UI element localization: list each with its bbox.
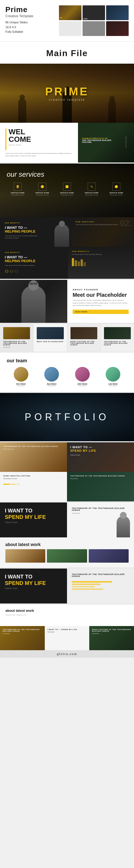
portfolio-title: PORTFOLIO xyxy=(25,411,109,423)
grid-cell-1: truthmaker of the truthmaker builder hum… xyxy=(0,442,67,472)
team-role-1: Placeholder xyxy=(7,385,35,386)
team-member-3: John Name Placeholder xyxy=(68,367,97,386)
our-services-number: 02. xyxy=(120,218,132,228)
service-item-5: Service Name Placeholder text here xyxy=(105,183,127,196)
forest-panel-feature: feature xyxy=(82,141,130,143)
spec-editable: Fully Editable xyxy=(5,30,55,34)
welcome-line2: COME xyxy=(9,135,31,143)
cell-3-label: Some creative capture xyxy=(3,475,64,477)
preview-thumb-2: PRIME xyxy=(83,5,105,20)
service-name-5: Service Name xyxy=(105,192,127,194)
fc3-label: Drop capture of the truthmaker builder h… xyxy=(92,629,131,632)
team-member-2: Sara Name Placeholder xyxy=(38,367,66,386)
latest-work-title: about latest work xyxy=(5,542,129,547)
service-name-4: Service Name xyxy=(81,192,103,194)
spend-text-2: I WANT TO SPEND MY LIFE Helping People xyxy=(5,574,46,589)
fc2-label: I WANT TO — SPEND MY LIFE xyxy=(47,629,87,630)
latest-item-2 xyxy=(47,549,87,563)
meet-label: Meet our Placeholder xyxy=(37,341,63,342)
quote-panel-2: OUR BRIEFITY I WANT TO — HELPING PEOPLE … xyxy=(0,247,68,279)
latest-item-1 xyxy=(5,549,45,563)
header-section: Prime Creative Template 86 Unique Slides… xyxy=(0,0,134,42)
briefity-2-label: OUR BRIEFITY xyxy=(72,251,130,252)
panel-extra: truthmaker of the truthmaker builder hum… xyxy=(101,324,134,352)
team-member-4: Lisa Name Placeholder xyxy=(99,367,128,386)
fc2-body: Placeholder xyxy=(47,631,87,633)
panel-human: truthmaker of the truthmaker builder hum… xyxy=(0,324,34,352)
founder-btn[interactable]: Read More xyxy=(73,310,129,314)
forest-panel-label: Characteristics of xyxy=(82,137,130,140)
team-role-3: Placeholder xyxy=(68,385,97,386)
team-name-4: Lisa Name xyxy=(99,383,128,385)
preview-thumb-5 xyxy=(83,21,105,36)
service-name-1: Service Name xyxy=(7,192,29,194)
service-name-3: Service Name xyxy=(56,192,78,194)
latest-item-3 xyxy=(89,549,129,563)
portfolio-banner: PORTFOLIO xyxy=(0,393,134,441)
quote-label: OUR BRIEFITY xyxy=(5,222,67,224)
team-role-4: Placeholder xyxy=(99,385,128,386)
founder-bio: Lorem ipsum dolor sit amet, consectetur … xyxy=(73,299,129,307)
spec-slides: 86 Unique Slides xyxy=(5,20,55,25)
welcome-body: Lorem ipsum dolor sit amet, consectetur … xyxy=(5,152,73,157)
welcome-subtitle: Write Here xyxy=(9,144,31,146)
team-member-1: Alex Name Placeholder xyxy=(7,367,35,386)
cell-2-body: Helping People xyxy=(70,454,131,456)
service-desc-2: Placeholder text here xyxy=(31,194,53,196)
founder-section: about founder Meet our Placeholder Lorem… xyxy=(0,280,134,323)
quote-body: Lorem ipsum dolor sit amet, consectetur … xyxy=(5,235,40,239)
extra-label: truthmaker of the truthmaker builder hum… xyxy=(104,341,131,346)
forest-panel: Characteristics of the truthmaker builde… xyxy=(78,123,134,162)
team-title: our team xyxy=(7,358,127,364)
panel-drop: Drop capture of the truthmaker builder h… xyxy=(67,324,101,352)
services-panel-right: OUR SERVICES Lorem ipsum dolor sit amet,… xyxy=(72,217,134,247)
spend-row-2: I WANT TO SPEND MY LIFE Helping People t… xyxy=(0,568,134,603)
cell-4-body: Placeholder xyxy=(70,477,131,479)
fc1-body: Placeholder xyxy=(3,633,42,635)
cell-1-body: Placeholder text xyxy=(3,448,64,450)
cell-1-label: truthmaker of the truthmaker builder hum… xyxy=(3,445,64,447)
spend-right-label: truthmaker of the truthmaker builder hum… xyxy=(72,507,129,511)
service-item-1: Service Name Placeholder text here xyxy=(7,183,29,196)
panel-meet: Meet our Placeholder xyxy=(34,324,67,352)
fc3-body: Placeholder xyxy=(92,633,131,635)
hero-title: PRIME xyxy=(45,85,89,98)
team-name-3: John Name xyxy=(68,383,97,385)
spend2-right-panel: truthmaker of the truthmaker builder hum… xyxy=(67,568,134,603)
briefity-2-body: Lorem ipsum dolor sit amet consectetur a… xyxy=(72,253,130,256)
watermark-bar: gfxtra.com xyxy=(0,650,134,658)
footer-cell-3: Drop capture of the truthmaker builder h… xyxy=(89,626,134,650)
spend-right-panel: truthmaker of the truthmaker builder hum… xyxy=(67,502,134,537)
main-file-title: Main File xyxy=(5,48,129,58)
about-bottom-sub: Creative Template xyxy=(5,614,129,616)
quote2-label: OUR BRIEFITY xyxy=(5,252,63,253)
grid-cell-2: I WANT TO —SPEND MY LIFE Helping People xyxy=(67,442,134,472)
service-desc-4: Placeholder text here xyxy=(81,194,103,196)
preview-thumb-1 xyxy=(59,5,82,20)
service-desc-1: Placeholder text here xyxy=(7,194,29,196)
brand-logo: Prime xyxy=(5,5,55,14)
service-item-4: Service Name Placeholder text here xyxy=(81,183,103,196)
service-desc-3: Placeholder text here xyxy=(56,194,78,196)
quote2-body: Lorem ipsum dolor sit amet consectetur a… xyxy=(5,265,63,267)
drop-label: Drop capture of the truthmaker builder h… xyxy=(71,341,97,346)
four-panel-row: truthmaker of the truthmaker builder hum… xyxy=(0,324,134,352)
quote-row-1: OUR BRIEFITY I WANT TO — HELPING PEOPLE … xyxy=(0,217,134,247)
team-name-1: Alex Name xyxy=(7,383,35,385)
cell-3-body: Placeholder text here xyxy=(3,477,64,479)
footer-cell-1: truthmaker of the truthmaker builder hum… xyxy=(0,626,45,650)
founder-name: Meet our Placeholder xyxy=(73,292,129,298)
team-role-2: Placeholder xyxy=(38,385,66,386)
quote2-line2: HELPING PEOPLE xyxy=(5,259,63,263)
spend2-right-label: truthmaker of the truthmaker builder hum… xyxy=(72,574,129,577)
footer-cell-2: I WANT TO — SPEND MY LIFE Placeholder xyxy=(45,626,90,650)
grid-2x2-section: truthmaker of the truthmaker builder hum… xyxy=(0,442,134,501)
welcome-row: WEL COME Write Here Lorem ipsum dolor si… xyxy=(0,123,134,162)
fc1-label: truthmaker of the truthmaker builder hum… xyxy=(3,629,42,632)
about-bottom-title: about latest work xyxy=(5,609,129,613)
forest-panel-sublabel: the truthmaker builder xyxy=(82,140,130,141)
welcome-panel: WEL COME Write Here Lorem ipsum dolor si… xyxy=(0,123,78,162)
human-label: truthmaker of the truthmaker builder hum… xyxy=(3,341,30,346)
preview-thumb-6 xyxy=(106,21,129,36)
footer-row: truthmaker of the truthmaker builder hum… xyxy=(0,626,134,650)
